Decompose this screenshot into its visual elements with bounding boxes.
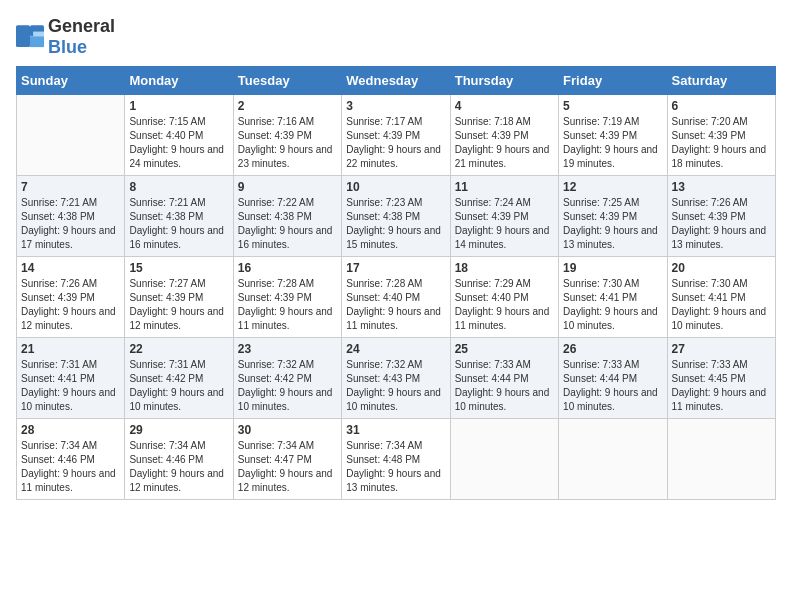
day-detail: Sunrise: 7:31 AMSunset: 4:41 PMDaylight:… (21, 358, 120, 414)
day-detail: Sunrise: 7:24 AMSunset: 4:39 PMDaylight:… (455, 196, 554, 252)
calendar-cell: 14Sunrise: 7:26 AMSunset: 4:39 PMDayligh… (17, 257, 125, 338)
calendar-cell: 23Sunrise: 7:32 AMSunset: 4:42 PMDayligh… (233, 338, 341, 419)
day-number: 17 (346, 261, 445, 275)
calendar-cell: 29Sunrise: 7:34 AMSunset: 4:46 PMDayligh… (125, 419, 233, 500)
calendar-week-row: 21Sunrise: 7:31 AMSunset: 4:41 PMDayligh… (17, 338, 776, 419)
logo: General Blue (16, 16, 115, 58)
day-detail: Sunrise: 7:16 AMSunset: 4:39 PMDaylight:… (238, 115, 337, 171)
day-number: 19 (563, 261, 662, 275)
day-detail: Sunrise: 7:22 AMSunset: 4:38 PMDaylight:… (238, 196, 337, 252)
day-detail: Sunrise: 7:26 AMSunset: 4:39 PMDaylight:… (21, 277, 120, 333)
day-detail: Sunrise: 7:34 AMSunset: 4:46 PMDaylight:… (129, 439, 228, 495)
day-number: 18 (455, 261, 554, 275)
calendar-cell: 27Sunrise: 7:33 AMSunset: 4:45 PMDayligh… (667, 338, 775, 419)
calendar-cell: 22Sunrise: 7:31 AMSunset: 4:42 PMDayligh… (125, 338, 233, 419)
calendar-cell: 20Sunrise: 7:30 AMSunset: 4:41 PMDayligh… (667, 257, 775, 338)
logo-general: General (48, 16, 115, 36)
day-number: 26 (563, 342, 662, 356)
calendar-cell (17, 95, 125, 176)
day-number: 16 (238, 261, 337, 275)
day-number: 6 (672, 99, 771, 113)
day-detail: Sunrise: 7:28 AMSunset: 4:39 PMDaylight:… (238, 277, 337, 333)
calendar-cell: 7Sunrise: 7:21 AMSunset: 4:38 PMDaylight… (17, 176, 125, 257)
day-number: 30 (238, 423, 337, 437)
day-detail: Sunrise: 7:33 AMSunset: 4:45 PMDaylight:… (672, 358, 771, 414)
day-number: 27 (672, 342, 771, 356)
day-detail: Sunrise: 7:19 AMSunset: 4:39 PMDaylight:… (563, 115, 662, 171)
day-detail: Sunrise: 7:29 AMSunset: 4:40 PMDaylight:… (455, 277, 554, 333)
calendar-header-row: SundayMondayTuesdayWednesdayThursdayFrid… (17, 67, 776, 95)
calendar-cell: 19Sunrise: 7:30 AMSunset: 4:41 PMDayligh… (559, 257, 667, 338)
calendar-cell: 30Sunrise: 7:34 AMSunset: 4:47 PMDayligh… (233, 419, 341, 500)
day-number: 8 (129, 180, 228, 194)
calendar-cell: 28Sunrise: 7:34 AMSunset: 4:46 PMDayligh… (17, 419, 125, 500)
day-detail: Sunrise: 7:32 AMSunset: 4:42 PMDaylight:… (238, 358, 337, 414)
column-header-saturday: Saturday (667, 67, 775, 95)
day-detail: Sunrise: 7:26 AMSunset: 4:39 PMDaylight:… (672, 196, 771, 252)
calendar-cell: 4Sunrise: 7:18 AMSunset: 4:39 PMDaylight… (450, 95, 558, 176)
day-detail: Sunrise: 7:20 AMSunset: 4:39 PMDaylight:… (672, 115, 771, 171)
calendar-cell: 16Sunrise: 7:28 AMSunset: 4:39 PMDayligh… (233, 257, 341, 338)
day-detail: Sunrise: 7:23 AMSunset: 4:38 PMDaylight:… (346, 196, 445, 252)
day-number: 3 (346, 99, 445, 113)
day-detail: Sunrise: 7:32 AMSunset: 4:43 PMDaylight:… (346, 358, 445, 414)
column-header-wednesday: Wednesday (342, 67, 450, 95)
calendar-cell: 2Sunrise: 7:16 AMSunset: 4:39 PMDaylight… (233, 95, 341, 176)
calendar-cell: 8Sunrise: 7:21 AMSunset: 4:38 PMDaylight… (125, 176, 233, 257)
day-number: 9 (238, 180, 337, 194)
calendar-cell (559, 419, 667, 500)
calendar-week-row: 14Sunrise: 7:26 AMSunset: 4:39 PMDayligh… (17, 257, 776, 338)
svg-marker-2 (30, 36, 44, 47)
day-detail: Sunrise: 7:17 AMSunset: 4:39 PMDaylight:… (346, 115, 445, 171)
calendar-cell: 24Sunrise: 7:32 AMSunset: 4:43 PMDayligh… (342, 338, 450, 419)
calendar-cell: 11Sunrise: 7:24 AMSunset: 4:39 PMDayligh… (450, 176, 558, 257)
day-number: 7 (21, 180, 120, 194)
day-detail: Sunrise: 7:34 AMSunset: 4:46 PMDaylight:… (21, 439, 120, 495)
column-header-tuesday: Tuesday (233, 67, 341, 95)
calendar-cell: 17Sunrise: 7:28 AMSunset: 4:40 PMDayligh… (342, 257, 450, 338)
page-header: General Blue (16, 16, 776, 58)
day-number: 28 (21, 423, 120, 437)
day-detail: Sunrise: 7:34 AMSunset: 4:47 PMDaylight:… (238, 439, 337, 495)
svg-marker-3 (33, 32, 44, 37)
day-number: 23 (238, 342, 337, 356)
day-number: 4 (455, 99, 554, 113)
logo-icon (16, 25, 44, 49)
calendar-table: SundayMondayTuesdayWednesdayThursdayFrid… (16, 66, 776, 500)
day-detail: Sunrise: 7:31 AMSunset: 4:42 PMDaylight:… (129, 358, 228, 414)
day-number: 21 (21, 342, 120, 356)
day-detail: Sunrise: 7:18 AMSunset: 4:39 PMDaylight:… (455, 115, 554, 171)
calendar-cell: 21Sunrise: 7:31 AMSunset: 4:41 PMDayligh… (17, 338, 125, 419)
day-number: 22 (129, 342, 228, 356)
day-number: 14 (21, 261, 120, 275)
calendar-cell: 25Sunrise: 7:33 AMSunset: 4:44 PMDayligh… (450, 338, 558, 419)
calendar-cell: 10Sunrise: 7:23 AMSunset: 4:38 PMDayligh… (342, 176, 450, 257)
calendar-cell: 6Sunrise: 7:20 AMSunset: 4:39 PMDaylight… (667, 95, 775, 176)
day-number: 2 (238, 99, 337, 113)
calendar-cell: 31Sunrise: 7:34 AMSunset: 4:48 PMDayligh… (342, 419, 450, 500)
day-detail: Sunrise: 7:25 AMSunset: 4:39 PMDaylight:… (563, 196, 662, 252)
day-number: 13 (672, 180, 771, 194)
logo-blue: Blue (48, 37, 87, 57)
day-number: 25 (455, 342, 554, 356)
day-number: 12 (563, 180, 662, 194)
column-header-sunday: Sunday (17, 67, 125, 95)
calendar-cell: 3Sunrise: 7:17 AMSunset: 4:39 PMDaylight… (342, 95, 450, 176)
day-detail: Sunrise: 7:30 AMSunset: 4:41 PMDaylight:… (563, 277, 662, 333)
calendar-cell: 12Sunrise: 7:25 AMSunset: 4:39 PMDayligh… (559, 176, 667, 257)
day-number: 29 (129, 423, 228, 437)
day-number: 15 (129, 261, 228, 275)
day-number: 5 (563, 99, 662, 113)
calendar-cell (667, 419, 775, 500)
day-detail: Sunrise: 7:33 AMSunset: 4:44 PMDaylight:… (563, 358, 662, 414)
day-detail: Sunrise: 7:27 AMSunset: 4:39 PMDaylight:… (129, 277, 228, 333)
day-detail: Sunrise: 7:21 AMSunset: 4:38 PMDaylight:… (129, 196, 228, 252)
calendar-cell: 18Sunrise: 7:29 AMSunset: 4:40 PMDayligh… (450, 257, 558, 338)
calendar-cell: 13Sunrise: 7:26 AMSunset: 4:39 PMDayligh… (667, 176, 775, 257)
column-header-friday: Friday (559, 67, 667, 95)
calendar-week-row: 28Sunrise: 7:34 AMSunset: 4:46 PMDayligh… (17, 419, 776, 500)
day-number: 11 (455, 180, 554, 194)
day-number: 31 (346, 423, 445, 437)
calendar-week-row: 1Sunrise: 7:15 AMSunset: 4:40 PMDaylight… (17, 95, 776, 176)
calendar-cell: 1Sunrise: 7:15 AMSunset: 4:40 PMDaylight… (125, 95, 233, 176)
